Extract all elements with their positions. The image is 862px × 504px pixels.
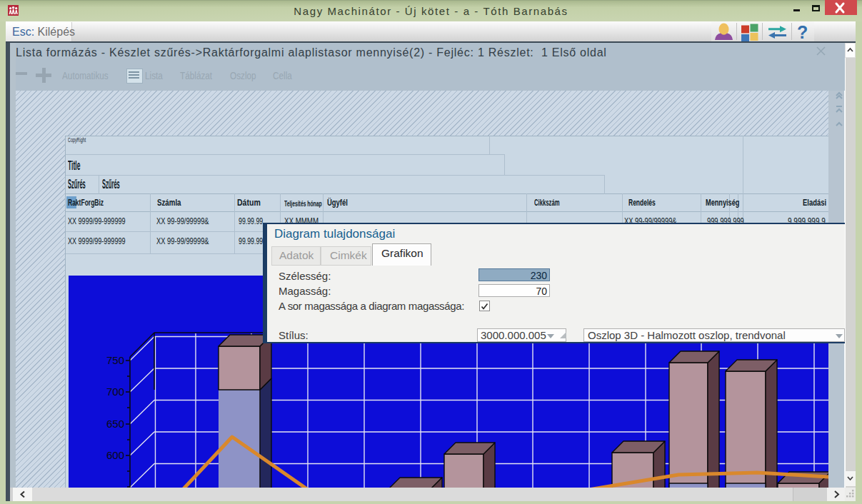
svg-text:750: 750 (106, 354, 124, 366)
svg-text:700: 700 (106, 385, 124, 398)
svg-text:600: 600 (106, 449, 124, 461)
svg-text:650: 650 (106, 418, 124, 430)
